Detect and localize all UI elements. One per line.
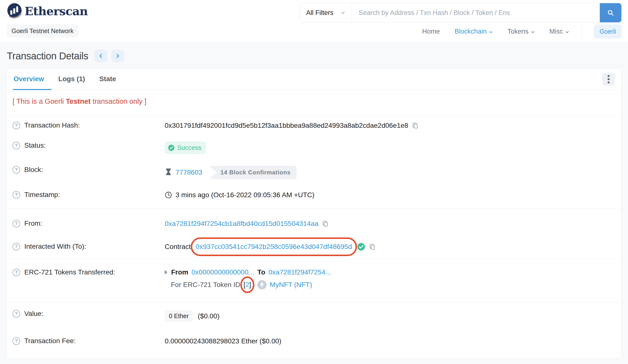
clock-icon: [165, 191, 172, 199]
value-badge: 0 Ether: [165, 310, 193, 322]
bracket-close: ]: [249, 281, 251, 289]
site-header: Etherscan Goerli Testnet Network All Fil…: [0, 0, 628, 42]
erc721-token-id-text: For ERC-721 Token ID: [171, 281, 240, 289]
status-row: Status: Success: [7, 136, 621, 160]
erc721-label: ERC-721 Tokens Transferred:: [24, 268, 115, 276]
value-usd: ($0.00): [198, 312, 220, 320]
next-transaction-button[interactable]: [111, 50, 124, 62]
tab-state[interactable]: State: [92, 68, 123, 90]
chevron-down-icon: [489, 30, 493, 34]
erc721-to-address-link[interactable]: 0xa7281f294f7254...: [269, 268, 331, 276]
transaction-fee-label: Transaction Fee:: [24, 337, 76, 345]
timestamp-label: Timestamp:: [24, 191, 60, 199]
from-row: From: 0xa7281f294f7254cb1a8fbd40cd15d015…: [7, 209, 621, 235]
value-label: Value:: [24, 310, 43, 318]
token-id-link[interactable]: 2: [245, 281, 249, 289]
erc721-transfer-line: From 0x0000000000000... To 0xa7281f294f7…: [165, 268, 331, 276]
transaction-fee-value: 0.000000243088298023 Ether ($0.00): [165, 337, 281, 345]
triangle-bullet-icon: [165, 270, 167, 274]
previous-transaction-button[interactable]: [94, 50, 107, 62]
network-badge: Goerli Testnet Network: [7, 25, 78, 38]
transaction-details-card: Overview Logs (1) State [ This is a Goer…: [6, 68, 622, 358]
search-button[interactable]: [600, 3, 621, 22]
testnet-warning: [ This is a Goerli Testnet transaction o…: [7, 90, 621, 115]
check-circle-icon: [168, 144, 174, 151]
etherscan-logo-icon: [7, 3, 23, 19]
erc721-transfers-row: ERC-721 Tokens Transferred: From 0x00000…: [7, 258, 621, 302]
nav-blockchain[interactable]: Blockchain: [455, 28, 493, 35]
network-switch-button[interactable]: Goerli: [594, 25, 622, 39]
help-icon: [12, 122, 20, 129]
nav-misc[interactable]: Misc: [550, 28, 569, 35]
nav-misc-label: Misc: [550, 28, 563, 35]
status-label: Status:: [24, 141, 46, 149]
token-name-link[interactable]: MyNFT (NFT): [270, 281, 312, 289]
help-icon: [12, 337, 20, 345]
block-label: Block:: [24, 166, 43, 174]
help-icon: [12, 166, 20, 174]
search-filter-dropdown[interactable]: All Filters: [300, 3, 352, 22]
nav-home[interactable]: Home: [422, 28, 440, 35]
gas-price-row: Gas Price: 0.000000000001884683 Ether (0…: [7, 353, 621, 358]
tab-bar: Overview Logs (1) State: [13, 68, 123, 90]
help-icon: [12, 243, 20, 250]
more-options-button[interactable]: [602, 73, 615, 86]
transaction-hash-label: Transaction Hash:: [24, 121, 80, 129]
status-badge: Success: [165, 141, 206, 154]
value-row: Value: 0 Ether ($0.00): [7, 303, 621, 330]
page-title: Transaction Details: [7, 51, 88, 61]
nav-blockchain-label: Blockchain: [455, 28, 487, 35]
main-nav: Home Blockchain Tokens Misc Goerli: [407, 24, 622, 39]
testnet-warning-post: transaction only ]: [91, 97, 146, 105]
help-icon: [12, 142, 20, 149]
nav-home-label: Home: [422, 28, 440, 35]
block-number-link[interactable]: 7778603: [175, 169, 202, 176]
timestamp-row: Timestamp: 3 mins ago (Oct-16-2022 09:05…: [7, 185, 621, 205]
copy-icon[interactable]: [369, 243, 376, 250]
search-filter-label: All Filters: [306, 9, 333, 17]
etherscan-logo[interactable]: Etherscan: [7, 3, 88, 19]
from-address-link[interactable]: 0xa7281f294f7254cb1a8fbd40cd15d015504314…: [165, 220, 318, 228]
chevron-down-icon: [565, 30, 569, 34]
token-ethereum-icon: [257, 280, 267, 290]
card-header: Overview Logs (1) State: [7, 68, 621, 90]
interacted-with-row: Interacted With (To): Contract 0x937cc03…: [7, 235, 621, 258]
search-icon: [607, 9, 614, 16]
erc721-to-label: To: [257, 268, 265, 276]
help-icon: [12, 310, 20, 318]
tab-overview[interactable]: Overview: [13, 68, 51, 90]
tab-logs[interactable]: Logs (1): [51, 68, 92, 90]
testnet-warning-bold: Testnet: [66, 97, 91, 105]
erc721-from-address-link[interactable]: 0x0000000000000...: [191, 268, 254, 276]
title-row: Transaction Details: [0, 42, 628, 68]
erc721-token-line: For ERC-721 Token ID [2] MyNFT (NFT): [171, 280, 331, 290]
transaction-hash-row: Transaction Hash: 0x301791fdf492001fcd9d…: [7, 116, 621, 136]
status-value: Success: [177, 144, 201, 152]
hourglass-icon: [165, 169, 172, 176]
etherscan-logo-text: Etherscan: [25, 4, 88, 18]
nav-tokens-label: Tokens: [507, 28, 529, 35]
interacted-with-label: Interacted With (To):: [24, 243, 86, 250]
help-icon: [12, 269, 20, 276]
nav-divider: [581, 24, 582, 39]
copy-icon[interactable]: [412, 122, 419, 129]
verified-check-icon: [357, 243, 365, 251]
contract-prefix: Contract: [165, 243, 191, 251]
block-row: Block: 7778603 14 Block Confirmations: [7, 160, 621, 185]
contract-address-link[interactable]: 0x937cc03541cc7942b258c0596e43d047df4869…: [196, 243, 352, 250]
annotation-highlight-rect: 0x937cc03541cc7942b258c0596e43d047df4869…: [191, 238, 357, 256]
bracket-open: [: [243, 281, 245, 289]
timestamp-value: 3 mins ago (Oct-16-2022 09:05:36 AM +UTC…: [175, 191, 314, 199]
block-confirmations-badge: 14 Block Confirmations: [209, 166, 297, 179]
help-icon: [12, 220, 20, 227]
search-bar: All Filters: [300, 3, 622, 23]
testnet-warning-pre: [ This is a Goerli: [12, 97, 66, 105]
chevron-down-icon: [531, 30, 535, 34]
nav-tokens[interactable]: Tokens: [507, 28, 535, 35]
erc721-from-label: From: [171, 268, 188, 276]
copy-icon[interactable]: [322, 220, 329, 227]
from-label: From:: [24, 220, 42, 227]
search-input[interactable]: [352, 3, 600, 22]
transaction-fee-row: Transaction Fee: 0.000000243088298023 Et…: [7, 330, 621, 353]
transaction-hash-value: 0x301791fdf492001fcd9d5e5b12f3aa1bbbea9a…: [165, 122, 408, 129]
